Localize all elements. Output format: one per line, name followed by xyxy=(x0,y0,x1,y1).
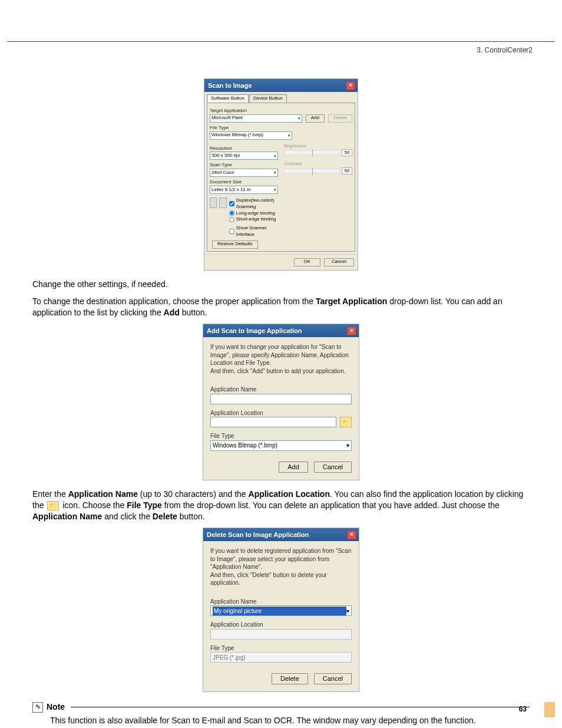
close-icon[interactable]: × xyxy=(347,327,356,335)
page-number: 63 xyxy=(519,704,527,714)
note-pencil-icon: ✎ xyxy=(32,702,43,713)
duplex-checkbox[interactable] xyxy=(229,201,234,206)
cancel-button[interactable]: Cancel xyxy=(314,462,352,473)
chevron-down-icon: ▾ xyxy=(274,170,276,175)
show-scanner-label: Show Scanner Interface xyxy=(236,225,278,238)
duplex-landscape-icon xyxy=(219,197,226,208)
paragraph-2: To change the destination application, c… xyxy=(32,296,530,318)
document-size-select[interactable]: Letter 8 1/2 x 11 in▾ xyxy=(210,186,278,194)
text: from the drop-down list. You can delete … xyxy=(162,500,500,510)
duplex-label: Duplex(two-sided) Scanning xyxy=(236,197,278,210)
delete-application-dialog: Delete Scan to Image Application × If yo… xyxy=(203,528,359,692)
appname-input[interactable] xyxy=(210,394,352,404)
text-bold: File Type xyxy=(127,500,162,510)
add-dialog-intro: If you want to change your application f… xyxy=(210,343,352,375)
apploc-label: Application Location xyxy=(210,409,352,417)
close-icon[interactable]: × xyxy=(346,81,355,90)
scan-type-label: Scan Type xyxy=(210,162,278,169)
text-bold: Delete xyxy=(153,512,177,521)
tab-software-button[interactable]: Software Button xyxy=(207,94,249,103)
text: To change the destination application, c… xyxy=(32,297,316,306)
text: icon. Choose the xyxy=(60,500,127,510)
filetype-select[interactable]: Windows Bitmap (*.bmp)▾ xyxy=(210,440,352,451)
restore-defaults-button[interactable]: Restore Defaults xyxy=(212,241,258,249)
short-edge-radio[interactable] xyxy=(229,217,234,222)
delete-dialog-intro: If you want to delete registered applica… xyxy=(210,547,352,587)
long-edge-label: Long-edge binding xyxy=(236,210,275,217)
resolution-label: Resolution xyxy=(210,146,278,152)
target-application-label: Target Application xyxy=(210,108,352,114)
apploc-label: Application Location xyxy=(210,621,352,629)
text-bold: Application Name xyxy=(32,512,102,521)
filetype-value: Windows Bitmap (*.bmp) xyxy=(213,442,277,450)
resolution-select[interactable]: 300 x 300 dpi▾ xyxy=(210,151,278,160)
scan-to-image-dialog: Scan to Image × Software Button Device B… xyxy=(204,78,358,271)
show-scanner-checkbox[interactable] xyxy=(229,229,234,234)
file-type-value: Windows Bitmap (*.bmp) xyxy=(211,132,263,139)
add-button[interactable]: Add xyxy=(279,462,308,473)
note-label: Note xyxy=(47,701,65,713)
brightness-slider[interactable] xyxy=(284,150,340,155)
chevron-down-icon: ▾ xyxy=(274,187,276,192)
appname-value: My original picture xyxy=(213,607,346,616)
cancel-button[interactable]: Cancel xyxy=(314,673,352,684)
text-bold: Target Application xyxy=(316,297,387,306)
browse-folder-icon[interactable]: 📁 xyxy=(340,417,352,427)
top-rule xyxy=(7,41,555,42)
scan-type-select[interactable]: 24bit Color▾ xyxy=(210,169,278,177)
text: button. xyxy=(180,308,207,317)
file-type-select[interactable]: Windows Bitmap (*.bmp)▾ xyxy=(210,131,292,140)
duplex-portrait-icon xyxy=(210,197,217,208)
add-application-dialog: Add Scan to Image Application × If you w… xyxy=(203,324,359,480)
short-edge-label: Short-edge binding xyxy=(236,216,276,223)
browse-folder-icon: 📁 xyxy=(47,501,59,510)
paragraph-1: Change the other settings, if needed. xyxy=(32,279,530,290)
tab-device-button[interactable]: Device Button xyxy=(249,94,287,103)
target-application-select[interactable]: Microsoft Paint▾ xyxy=(210,114,302,123)
page-tab-ornament xyxy=(544,702,555,717)
text-bold: Application Location xyxy=(249,489,330,499)
brightness-label: Brightness xyxy=(284,143,352,150)
contrast-value: 50 xyxy=(342,167,352,174)
contrast-label: Contrast xyxy=(284,161,352,167)
delete-button[interactable]: Delete xyxy=(272,673,308,684)
contrast-slider[interactable] xyxy=(284,169,340,173)
close-icon[interactable]: × xyxy=(347,531,356,539)
chapter-header: 3. ControlCenter2 xyxy=(0,45,533,55)
add-dialog-title: Add Scan to Image Application xyxy=(206,327,302,335)
scan-type-value: 24bit Color xyxy=(211,170,234,176)
main-content: Scan to Image × Software Button Device B… xyxy=(32,55,530,728)
apploc-input[interactable] xyxy=(210,417,336,427)
delete-button[interactable]: Delete xyxy=(328,114,352,123)
resolution-value: 300 x 300 dpi xyxy=(211,153,240,159)
document-size-value: Letter 8 1/2 x 11 in xyxy=(211,187,250,193)
chevron-down-icon: ▾ xyxy=(274,153,276,159)
appname-label: Application Name xyxy=(210,386,352,394)
note-rule xyxy=(71,707,530,707)
target-application-value: Microsoft Paint xyxy=(211,115,243,121)
chevron-down-icon: ▾ xyxy=(298,116,300,121)
appname-label: Application Name xyxy=(210,598,352,606)
text-bold: Application Name xyxy=(68,489,138,499)
ok-button[interactable]: OK xyxy=(294,258,321,266)
apploc-readonly xyxy=(210,629,352,640)
note-body: This function is also available for Scan… xyxy=(50,715,530,726)
add-button[interactable]: Add xyxy=(306,114,325,123)
filetype-readonly: JPEG (*.jpg) xyxy=(210,652,352,663)
text: (up to 30 characters) and the xyxy=(138,489,249,499)
chevron-down-icon: ▾ xyxy=(346,607,349,615)
document-size-label: Document Size xyxy=(210,179,278,186)
appname-select[interactable]: My original picture▾ xyxy=(210,605,352,616)
filetype-value: JPEG (*.jpg) xyxy=(213,654,246,662)
long-edge-radio[interactable] xyxy=(229,210,234,216)
filetype-label: File Type xyxy=(210,644,352,653)
delete-dialog-title: Delete Scan to Image Application xyxy=(206,531,309,539)
text: button. xyxy=(177,512,205,521)
chevron-down-icon: ▾ xyxy=(346,442,349,450)
cancel-button[interactable]: Cancel xyxy=(324,258,354,266)
note-section: ✎ Note This function is also available f… xyxy=(32,701,530,728)
text: Enter the xyxy=(32,489,68,499)
filetype-label: File Type xyxy=(210,432,352,440)
brightness-value: 50 xyxy=(342,149,352,156)
file-type-label: File Type xyxy=(210,125,352,131)
